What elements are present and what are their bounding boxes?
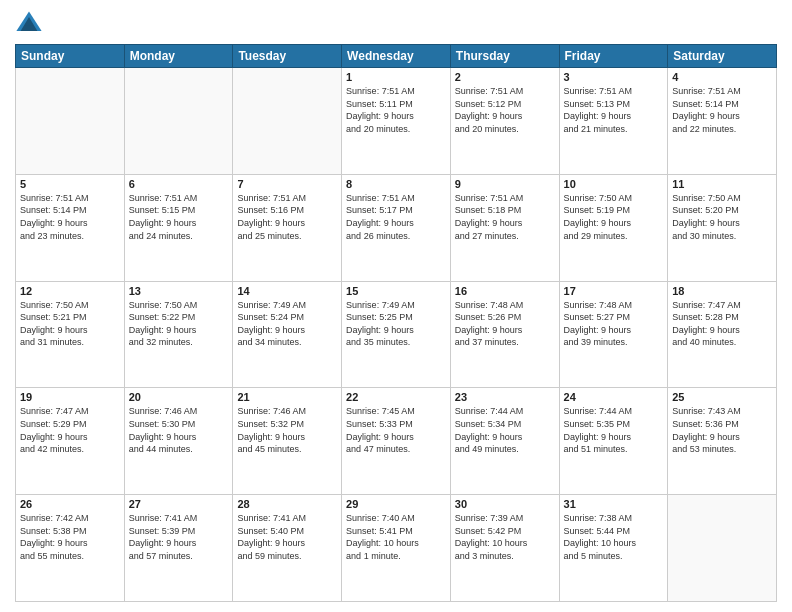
calendar-cell: 22Sunrise: 7:45 AM Sunset: 5:33 PM Dayli… (342, 388, 451, 495)
calendar-cell: 24Sunrise: 7:44 AM Sunset: 5:35 PM Dayli… (559, 388, 668, 495)
day-info: Sunrise: 7:46 AM Sunset: 5:30 PM Dayligh… (129, 405, 229, 455)
weekday-header-row: SundayMondayTuesdayWednesdayThursdayFrid… (16, 45, 777, 68)
calendar-table: SundayMondayTuesdayWednesdayThursdayFrid… (15, 44, 777, 602)
week-row-2: 5Sunrise: 7:51 AM Sunset: 5:14 PM Daylig… (16, 174, 777, 281)
calendar-cell: 23Sunrise: 7:44 AM Sunset: 5:34 PM Dayli… (450, 388, 559, 495)
page: SundayMondayTuesdayWednesdayThursdayFrid… (0, 0, 792, 612)
day-number: 6 (129, 178, 229, 190)
weekday-header-monday: Monday (124, 45, 233, 68)
day-number: 16 (455, 285, 555, 297)
weekday-header-tuesday: Tuesday (233, 45, 342, 68)
logo-icon (15, 10, 43, 38)
calendar-cell: 12Sunrise: 7:50 AM Sunset: 5:21 PM Dayli… (16, 281, 125, 388)
day-number: 7 (237, 178, 337, 190)
weekday-header-wednesday: Wednesday (342, 45, 451, 68)
day-info: Sunrise: 7:48 AM Sunset: 5:27 PM Dayligh… (564, 299, 664, 349)
day-info: Sunrise: 7:39 AM Sunset: 5:42 PM Dayligh… (455, 512, 555, 562)
day-number: 17 (564, 285, 664, 297)
day-info: Sunrise: 7:51 AM Sunset: 5:14 PM Dayligh… (672, 85, 772, 135)
day-number: 1 (346, 71, 446, 83)
day-number: 24 (564, 391, 664, 403)
day-number: 4 (672, 71, 772, 83)
day-number: 29 (346, 498, 446, 510)
day-info: Sunrise: 7:48 AM Sunset: 5:26 PM Dayligh… (455, 299, 555, 349)
day-info: Sunrise: 7:38 AM Sunset: 5:44 PM Dayligh… (564, 512, 664, 562)
day-info: Sunrise: 7:40 AM Sunset: 5:41 PM Dayligh… (346, 512, 446, 562)
calendar-cell: 6Sunrise: 7:51 AM Sunset: 5:15 PM Daylig… (124, 174, 233, 281)
day-info: Sunrise: 7:43 AM Sunset: 5:36 PM Dayligh… (672, 405, 772, 455)
weekday-header-thursday: Thursday (450, 45, 559, 68)
day-number: 23 (455, 391, 555, 403)
weekday-header-friday: Friday (559, 45, 668, 68)
day-number: 31 (564, 498, 664, 510)
day-number: 22 (346, 391, 446, 403)
calendar-cell: 18Sunrise: 7:47 AM Sunset: 5:28 PM Dayli… (668, 281, 777, 388)
day-info: Sunrise: 7:50 AM Sunset: 5:20 PM Dayligh… (672, 192, 772, 242)
day-number: 10 (564, 178, 664, 190)
calendar-cell: 15Sunrise: 7:49 AM Sunset: 5:25 PM Dayli… (342, 281, 451, 388)
day-info: Sunrise: 7:47 AM Sunset: 5:28 PM Dayligh… (672, 299, 772, 349)
week-row-4: 19Sunrise: 7:47 AM Sunset: 5:29 PM Dayli… (16, 388, 777, 495)
day-info: Sunrise: 7:51 AM Sunset: 5:16 PM Dayligh… (237, 192, 337, 242)
day-number: 12 (20, 285, 120, 297)
calendar-cell: 17Sunrise: 7:48 AM Sunset: 5:27 PM Dayli… (559, 281, 668, 388)
day-number: 15 (346, 285, 446, 297)
header (15, 10, 777, 38)
day-number: 13 (129, 285, 229, 297)
calendar-cell: 14Sunrise: 7:49 AM Sunset: 5:24 PM Dayli… (233, 281, 342, 388)
week-row-1: 1Sunrise: 7:51 AM Sunset: 5:11 PM Daylig… (16, 68, 777, 175)
calendar-cell (233, 68, 342, 175)
day-info: Sunrise: 7:45 AM Sunset: 5:33 PM Dayligh… (346, 405, 446, 455)
day-info: Sunrise: 7:47 AM Sunset: 5:29 PM Dayligh… (20, 405, 120, 455)
day-number: 21 (237, 391, 337, 403)
day-info: Sunrise: 7:50 AM Sunset: 5:21 PM Dayligh… (20, 299, 120, 349)
day-number: 11 (672, 178, 772, 190)
day-number: 19 (20, 391, 120, 403)
calendar-cell: 16Sunrise: 7:48 AM Sunset: 5:26 PM Dayli… (450, 281, 559, 388)
weekday-header-sunday: Sunday (16, 45, 125, 68)
calendar-cell: 8Sunrise: 7:51 AM Sunset: 5:17 PM Daylig… (342, 174, 451, 281)
day-number: 27 (129, 498, 229, 510)
day-number: 8 (346, 178, 446, 190)
day-number: 25 (672, 391, 772, 403)
logo (15, 10, 47, 38)
day-number: 30 (455, 498, 555, 510)
day-info: Sunrise: 7:51 AM Sunset: 5:17 PM Dayligh… (346, 192, 446, 242)
calendar-cell (16, 68, 125, 175)
calendar-cell: 28Sunrise: 7:41 AM Sunset: 5:40 PM Dayli… (233, 495, 342, 602)
day-info: Sunrise: 7:50 AM Sunset: 5:22 PM Dayligh… (129, 299, 229, 349)
week-row-3: 12Sunrise: 7:50 AM Sunset: 5:21 PM Dayli… (16, 281, 777, 388)
calendar-cell: 27Sunrise: 7:41 AM Sunset: 5:39 PM Dayli… (124, 495, 233, 602)
day-info: Sunrise: 7:51 AM Sunset: 5:11 PM Dayligh… (346, 85, 446, 135)
day-number: 9 (455, 178, 555, 190)
calendar-cell: 5Sunrise: 7:51 AM Sunset: 5:14 PM Daylig… (16, 174, 125, 281)
day-info: Sunrise: 7:44 AM Sunset: 5:35 PM Dayligh… (564, 405, 664, 455)
calendar-cell (124, 68, 233, 175)
calendar-cell: 9Sunrise: 7:51 AM Sunset: 5:18 PM Daylig… (450, 174, 559, 281)
day-number: 20 (129, 391, 229, 403)
calendar-cell: 13Sunrise: 7:50 AM Sunset: 5:22 PM Dayli… (124, 281, 233, 388)
day-info: Sunrise: 7:42 AM Sunset: 5:38 PM Dayligh… (20, 512, 120, 562)
calendar-cell: 21Sunrise: 7:46 AM Sunset: 5:32 PM Dayli… (233, 388, 342, 495)
calendar-cell: 11Sunrise: 7:50 AM Sunset: 5:20 PM Dayli… (668, 174, 777, 281)
day-number: 3 (564, 71, 664, 83)
calendar-cell: 26Sunrise: 7:42 AM Sunset: 5:38 PM Dayli… (16, 495, 125, 602)
day-number: 14 (237, 285, 337, 297)
day-info: Sunrise: 7:51 AM Sunset: 5:14 PM Dayligh… (20, 192, 120, 242)
day-info: Sunrise: 7:50 AM Sunset: 5:19 PM Dayligh… (564, 192, 664, 242)
calendar-cell: 10Sunrise: 7:50 AM Sunset: 5:19 PM Dayli… (559, 174, 668, 281)
day-info: Sunrise: 7:49 AM Sunset: 5:25 PM Dayligh… (346, 299, 446, 349)
day-info: Sunrise: 7:51 AM Sunset: 5:13 PM Dayligh… (564, 85, 664, 135)
calendar-cell: 25Sunrise: 7:43 AM Sunset: 5:36 PM Dayli… (668, 388, 777, 495)
day-number: 18 (672, 285, 772, 297)
svg-rect-2 (26, 25, 33, 31)
day-info: Sunrise: 7:41 AM Sunset: 5:39 PM Dayligh… (129, 512, 229, 562)
day-info: Sunrise: 7:46 AM Sunset: 5:32 PM Dayligh… (237, 405, 337, 455)
day-number: 28 (237, 498, 337, 510)
calendar-cell: 20Sunrise: 7:46 AM Sunset: 5:30 PM Dayli… (124, 388, 233, 495)
calendar-cell: 31Sunrise: 7:38 AM Sunset: 5:44 PM Dayli… (559, 495, 668, 602)
day-number: 2 (455, 71, 555, 83)
day-info: Sunrise: 7:44 AM Sunset: 5:34 PM Dayligh… (455, 405, 555, 455)
calendar-cell: 7Sunrise: 7:51 AM Sunset: 5:16 PM Daylig… (233, 174, 342, 281)
calendar-cell: 19Sunrise: 7:47 AM Sunset: 5:29 PM Dayli… (16, 388, 125, 495)
